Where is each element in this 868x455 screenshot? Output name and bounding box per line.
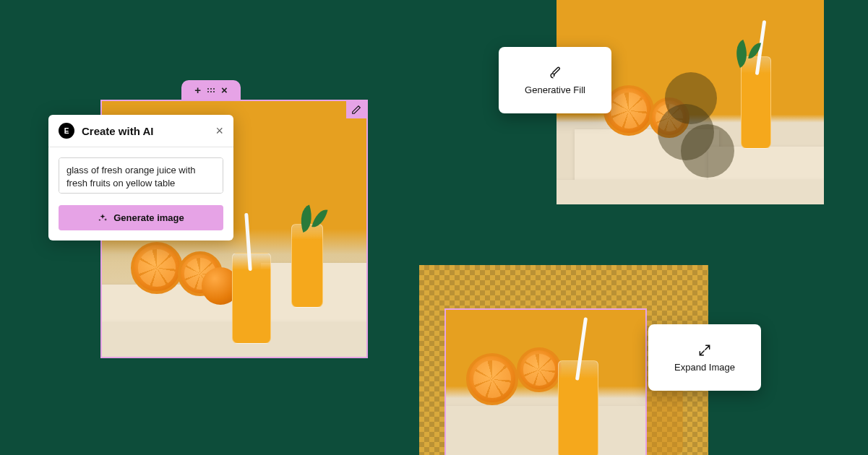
generate-image-button[interactable]: Generate image: [59, 205, 223, 230]
generative-fill-label: Generative Fill: [525, 84, 585, 95]
expand-icon: [697, 343, 712, 358]
brush-icon: [548, 66, 562, 80]
original-image-area[interactable]: [444, 308, 647, 455]
popover-header: E Create with AI ×: [48, 115, 233, 147]
prompt-input[interactable]: [59, 157, 223, 194]
generate-button-label: Generate image: [113, 212, 184, 223]
generative-fill-card[interactable]: Generative Fill: [499, 47, 611, 113]
elementor-logo-icon: E: [59, 123, 74, 139]
close-icon[interactable]: ×: [221, 84, 228, 95]
plus-icon[interactable]: +: [194, 84, 201, 95]
expand-image-label: Expand Image: [674, 362, 735, 373]
create-ai-popover: E Create with AI × Generate image: [48, 115, 233, 240]
expand-image-card[interactable]: Expand Image: [648, 324, 761, 391]
popover-title: Create with AI: [82, 125, 153, 137]
sparkles-icon: [98, 213, 108, 223]
panel-tab-handle[interactable]: + ×: [181, 80, 241, 100]
fill-selection-mask[interactable]: [665, 72, 730, 188]
drag-icon[interactable]: [207, 88, 215, 92]
close-icon[interactable]: ×: [215, 124, 223, 137]
